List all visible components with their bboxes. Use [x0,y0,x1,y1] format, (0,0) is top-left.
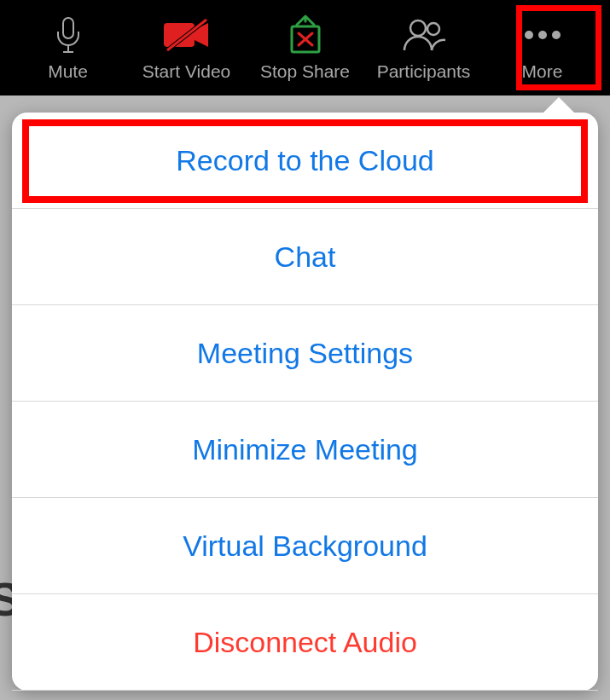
record-label: Record to the Cloud [176,144,433,177]
mute-button[interactable]: Mute [9,0,127,95]
video-label: Start Video [142,61,231,82]
meeting-settings-item[interactable]: Meeting Settings [12,305,598,402]
more-dots-icon [521,14,564,56]
share-label: Stop Share [260,61,350,82]
meeting-toolbar: Mute Start Video Stop Share [0,0,610,95]
svg-rect-0 [63,18,73,38]
microphone-icon [55,14,81,56]
stop-share-button[interactable]: Stop Share [246,0,364,95]
minimize-meeting-item[interactable]: Minimize Meeting [12,402,598,498]
minimize-label: Minimize Meeting [192,433,418,466]
start-video-button[interactable]: Start Video [127,0,246,95]
more-button[interactable]: More [483,0,601,95]
svg-point-9 [410,20,426,36]
mute-label: Mute [48,61,88,82]
participants-icon [401,14,447,56]
video-off-icon [162,14,212,56]
svg-point-11 [525,31,533,39]
disconnect-label: Disconnect Audio [193,626,417,659]
more-menu-popover: Record to the Cloud Chat Meeting Setting… [12,113,598,691]
more-label: More [522,61,563,82]
svg-point-12 [538,31,547,39]
stop-share-icon [285,14,326,56]
participants-label: Participants [377,61,471,82]
virtual-background-item[interactable]: Virtual Background [12,498,598,594]
chat-item[interactable]: Chat [12,209,598,305]
participants-button[interactable]: Participants [364,0,483,95]
disconnect-audio-item[interactable]: Disconnect Audio [12,594,598,691]
vb-label: Virtual Background [183,529,427,563]
svg-point-13 [552,31,561,39]
settings-label: Meeting Settings [197,337,413,370]
record-to-cloud-item[interactable]: Record to the Cloud [12,113,598,209]
chat-label: Chat [275,240,336,274]
svg-point-10 [427,23,439,35]
